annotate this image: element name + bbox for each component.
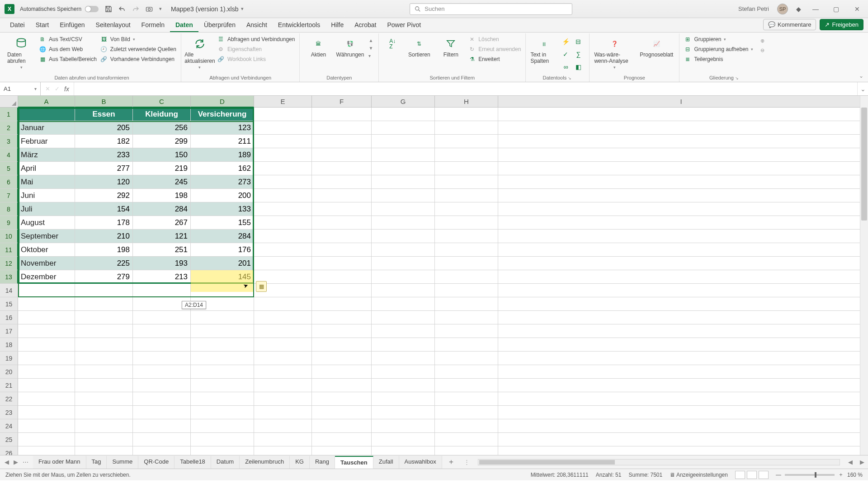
cell[interactable]: 267 [133,216,191,230]
cell[interactable] [133,433,191,446]
comments-button[interactable]: 💬 Kommentare [763,19,816,30]
autosave[interactable]: Automatisches Speichern [20,6,99,12]
undo-icon[interactable] [118,5,126,13]
cell[interactable] [498,148,864,162]
cell[interactable] [75,311,133,324]
cell[interactable] [435,297,498,311]
menu-tab-acrobat[interactable]: Acrobat [349,19,382,32]
cell[interactable] [312,135,372,148]
cell[interactable]: 150 [133,148,191,162]
expand-icon[interactable]: ▾ [368,53,373,58]
cell[interactable] [435,392,498,406]
cell[interactable]: 219 [133,162,191,175]
cell[interactable] [254,419,312,433]
cell[interactable] [191,324,254,338]
cell[interactable] [372,121,435,135]
zoom-slider[interactable] [785,474,835,476]
cell[interactable] [435,121,498,135]
cell[interactable] [372,243,435,257]
cell[interactable]: Essen [75,108,133,121]
cell[interactable] [191,379,254,392]
cell[interactable] [254,433,312,446]
cell[interactable]: 154 [75,202,133,216]
filter-button[interactable]: Filtern [437,35,465,58]
cell[interactable] [254,202,312,216]
cell[interactable] [498,324,864,338]
cell[interactable] [254,297,312,311]
cell[interactable] [312,419,372,433]
cell[interactable] [312,108,372,121]
cell[interactable]: 200 [191,189,254,202]
cell[interactable] [312,230,372,243]
cell[interactable] [498,135,864,148]
menu-tab-datei[interactable]: Datei [5,19,30,32]
scroll-left-icon[interactable]: ◀ [844,459,856,465]
cell[interactable] [75,365,133,379]
cell[interactable] [435,324,498,338]
cell[interactable]: 256 [133,121,191,135]
cell[interactable] [435,148,498,162]
cell[interactable] [133,419,191,433]
menu-tab-daten[interactable]: Daten [170,19,198,32]
next-sheet-icon[interactable]: ▶ [14,459,18,465]
cell[interactable] [435,202,498,216]
qat-more-icon[interactable]: ▾ [159,6,162,12]
cell[interactable] [312,148,372,162]
flash-fill-icon[interactable]: ⚡ [562,38,569,45]
cell[interactable] [75,433,133,446]
cell[interactable]: 178 [75,216,133,230]
cell[interactable] [312,311,372,324]
diamond-icon[interactable]: ◆ [796,5,801,13]
row-header-4[interactable]: 4 [0,148,18,162]
prev-sheet-icon[interactable]: ◀ [5,459,9,465]
cell[interactable]: 120 [75,175,133,189]
cell[interactable] [498,162,864,175]
sheet-tab-rang[interactable]: Rang [310,456,335,469]
cell[interactable] [435,135,498,148]
row-header-8[interactable]: 8 [0,202,18,216]
camera-icon[interactable] [146,5,153,13]
cell[interactable]: März [18,148,75,162]
cell[interactable] [498,175,864,189]
stocks-button[interactable]: 🏛Aktien [304,35,332,58]
cell[interactable]: 279 [75,270,133,284]
row-header-20[interactable]: 20 [0,365,18,379]
cell[interactable]: Kleidung [133,108,191,121]
cell[interactable]: 189 [191,148,254,162]
enter-icon[interactable]: ✓ [55,85,60,92]
row-header-5[interactable]: 5 [0,162,18,175]
cell[interactable] [254,352,312,365]
cell[interactable] [435,379,498,392]
cell[interactable] [18,324,75,338]
cell[interactable] [372,135,435,148]
sheet-tab-frau-oder-mann[interactable]: Frau oder Mann [33,456,86,469]
cell[interactable] [191,419,254,433]
cell[interactable]: 205 [75,121,133,135]
expand-formula-bar-icon[interactable]: ⌄ [857,82,868,95]
cell[interactable]: 292 [75,189,133,202]
sheet-tab-kg[interactable]: KG [290,456,310,469]
cell[interactable] [312,433,372,446]
cell[interactable] [312,446,372,455]
cell[interactable]: Juli [18,202,75,216]
cell[interactable] [312,365,372,379]
cell[interactable]: 201 [191,257,254,270]
cell[interactable] [312,352,372,365]
cell[interactable] [191,338,254,352]
row-header-21[interactable]: 21 [0,379,18,392]
menu-tab-start[interactable]: Start [30,19,55,32]
relations-icon[interactable]: ∞ [562,63,569,70]
cell[interactable] [372,162,435,175]
col-header-H[interactable]: H [435,96,498,108]
cell[interactable]: September [18,230,75,243]
cell[interactable] [254,135,312,148]
cell[interactable]: 251 [133,243,191,257]
cell[interactable] [498,108,864,121]
cell[interactable] [498,216,864,230]
cell[interactable]: 193 [133,257,191,270]
cell[interactable] [18,406,75,419]
cell[interactable]: 123 [191,121,254,135]
data-model-icon[interactable]: ◧ [575,63,582,70]
recent-sources[interactable]: 🕘Zuletzt verwendete Quellen [100,45,176,53]
cell[interactable] [18,433,75,446]
